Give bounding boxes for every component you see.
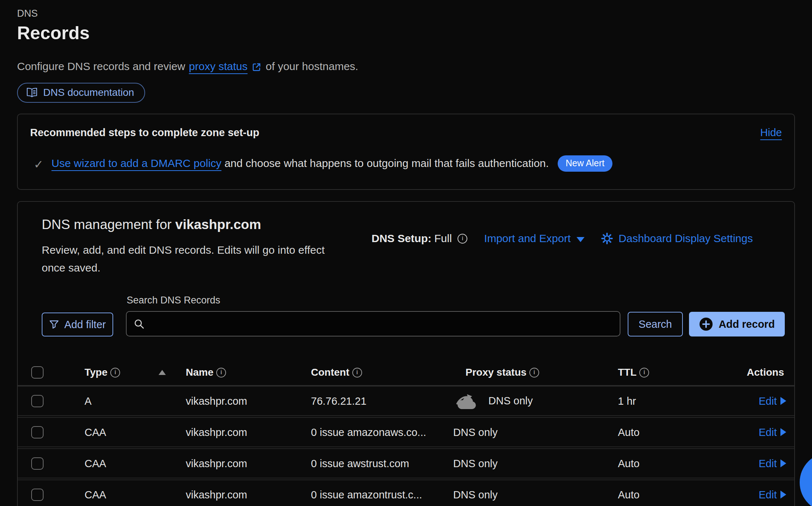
subtitle-text-pre: Configure DNS records and review <box>17 60 185 73</box>
column-header-ttl[interactable]: TTLi <box>618 367 649 378</box>
dns-records-table: Typei Namei Contenti Proxy statusi TTLi … <box>18 360 794 506</box>
docs-button-label: DNS documentation <box>43 87 134 98</box>
cell-type: A <box>85 395 91 407</box>
search-field-group: Search DNS Records <box>126 295 620 336</box>
dns-search-input[interactable] <box>149 311 613 336</box>
table-header-row: Typei Namei Contenti Proxy statusi TTLi … <box>18 360 794 386</box>
page-header: DNS Records Configure DNS records and re… <box>0 0 812 103</box>
cell-ttl: Auto <box>618 457 640 469</box>
setup-panel-title: Recommended steps to complete zone set-u… <box>30 127 259 139</box>
management-description: Review, add, and edit DNS records. Edits… <box>42 241 328 277</box>
dns-setup-value: Full <box>434 232 452 245</box>
cell-proxy-status: DNS only <box>453 426 498 438</box>
edit-button[interactable]: Edit <box>759 426 786 438</box>
cell-proxy-status: DNS only <box>455 392 533 411</box>
row-checkbox[interactable] <box>31 426 44 438</box>
info-icon[interactable]: i <box>529 368 539 378</box>
table-row: CAA vikashpr.com 0 issue amazontrust.c..… <box>18 480 794 506</box>
table-row: CAA vikashpr.com 0 issue amazonaws.co...… <box>18 417 794 447</box>
cell-name: vikashpr.com <box>186 457 247 469</box>
info-icon[interactable]: i <box>110 368 120 378</box>
dashboard-display-settings-label: Dashboard Display Settings <box>619 232 753 245</box>
zone-domain: vikashpr.com <box>175 217 261 232</box>
row-checkbox[interactable] <box>31 395 44 407</box>
search-box[interactable] <box>126 311 620 336</box>
chevron-right-icon <box>780 460 786 468</box>
dmarc-wizard-link[interactable]: Use wizard to add a DMARC policy <box>52 157 222 169</box>
chevron-right-icon <box>780 428 786 436</box>
setup-step-text: and choose what happens to outgoing mail… <box>225 157 549 169</box>
column-header-type[interactable]: Typei <box>85 367 120 378</box>
cell-proxy-status: DNS only <box>453 457 498 469</box>
setup-panel-header: Recommended steps to complete zone set-u… <box>30 127 782 139</box>
zone-setup-panel: Recommended steps to complete zone set-u… <box>17 114 795 190</box>
row-checkbox[interactable] <box>31 489 44 501</box>
import-export-menu[interactable]: Import and Export <box>484 232 584 245</box>
table-row: CAA vikashpr.com 0 issue awstrust.com DN… <box>18 448 794 478</box>
check-icon: ✓ <box>34 159 44 170</box>
sort-ascending-icon[interactable] <box>159 370 166 375</box>
dns-only-cloud-icon <box>455 392 479 411</box>
page-title: Records <box>17 22 812 44</box>
info-icon[interactable]: i <box>216 368 226 378</box>
management-controls: DNS Setup:Fulli Import and Export Dash <box>372 232 753 245</box>
chevron-right-icon <box>780 397 786 405</box>
search-icon <box>133 318 145 330</box>
gear-icon <box>601 233 613 244</box>
dns-setup-mode: DNS Setup:Fulli <box>372 232 467 245</box>
cell-name: vikashpr.com <box>186 426 247 438</box>
cell-content: 0 issue amazontrust.c... <box>311 489 422 501</box>
dns-management-panel: DNS management for vikashpr.com Review, … <box>17 201 795 506</box>
proxy-status-link[interactable]: proxy status <box>189 60 248 73</box>
row-checkbox[interactable] <box>31 457 44 470</box>
setup-step-row: ✓ Use wizard to add a DMARC policy and c… <box>30 156 782 172</box>
info-icon[interactable]: i <box>458 234 467 244</box>
chevron-down-icon <box>577 237 585 242</box>
add-record-button[interactable]: Add record <box>689 312 785 336</box>
new-alert-badge: New Alert <box>558 155 612 172</box>
edit-button[interactable]: Edit <box>759 395 786 407</box>
cell-content: 0 issue awstrust.com <box>311 457 409 469</box>
chevron-right-icon <box>780 491 786 499</box>
edit-button[interactable]: Edit <box>759 489 786 501</box>
filter-funnel-icon <box>49 320 59 329</box>
support-chat-button[interactable] <box>800 453 812 506</box>
breadcrumb-dns: DNS <box>17 7 812 20</box>
cell-ttl: 1 hr <box>618 395 636 407</box>
cell-type: CAA <box>85 426 106 438</box>
proxy-status-text: DNS only <box>488 395 533 407</box>
cell-proxy-status: DNS only <box>453 489 498 501</box>
cell-name: vikashpr.com <box>186 395 247 407</box>
cell-type: CAA <box>85 457 106 469</box>
table-row: A vikashpr.com 76.76.21.21 DNS only 1 hr… <box>18 386 794 416</box>
dns-documentation-button[interactable]: DNS documentation <box>17 83 145 103</box>
column-header-name[interactable]: Namei <box>186 367 226 378</box>
search-button[interactable]: Search <box>628 312 683 336</box>
subtitle-text-post: of your hostnames. <box>266 60 358 73</box>
dashboard-display-settings-link[interactable]: Dashboard Display Settings <box>601 232 753 245</box>
hide-link[interactable]: Hide <box>760 127 782 139</box>
cell-name: vikashpr.com <box>186 489 247 501</box>
select-all-checkbox[interactable] <box>31 366 44 379</box>
plus-circle-icon <box>699 317 713 331</box>
edit-button[interactable]: Edit <box>759 457 786 469</box>
management-header: DNS management for vikashpr.com Review, … <box>18 202 794 277</box>
search-label: Search DNS Records <box>127 295 620 306</box>
add-filter-button[interactable]: Add filter <box>42 313 113 336</box>
management-title: DNS management for vikashpr.com <box>42 216 765 233</box>
info-icon[interactable]: i <box>352 368 362 378</box>
add-filter-label: Add filter <box>64 319 106 331</box>
external-link-icon <box>251 62 262 73</box>
info-icon[interactable]: i <box>639 368 649 378</box>
add-record-label: Add record <box>719 318 775 330</box>
page-subtitle: Configure DNS records and review proxy s… <box>17 60 812 73</box>
import-export-label: Import and Export <box>484 232 570 245</box>
book-icon <box>26 87 38 98</box>
cell-content: 76.76.21.21 <box>311 395 366 407</box>
setup-step-text-wrap: Use wizard to add a DMARC policy and cho… <box>52 156 612 172</box>
column-header-proxy-status[interactable]: Proxy statusi <box>466 367 539 378</box>
column-header-actions: Actions <box>747 367 784 378</box>
dns-setup-label: DNS Setup: <box>372 232 431 245</box>
column-header-content[interactable]: Contenti <box>311 367 362 378</box>
cell-ttl: Auto <box>618 426 640 438</box>
